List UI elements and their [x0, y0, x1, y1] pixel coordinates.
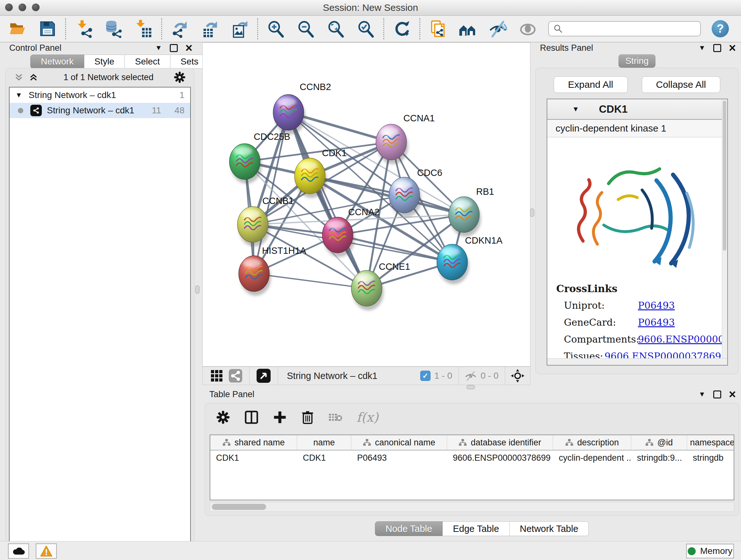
delete-column-trash-icon[interactable]	[301, 410, 314, 425]
table-row[interactable]: CDK1 CDK1 P06493 9606.ENSP00000378699 cy…	[210, 450, 734, 465]
cell-description[interactable]: cyclin-dependent ...	[553, 450, 631, 465]
network-row[interactable]: String Network – cdk1 11 48	[10, 103, 190, 118]
create-column-plus-icon[interactable]	[273, 410, 287, 424]
network-collection-row[interactable]: ▼ String Network – cdk1 1	[10, 87, 190, 103]
gene-header-row[interactable]: ▼ CDK1	[547, 99, 727, 120]
tab-select[interactable]: Select	[125, 55, 171, 69]
results-horizontal-scrollbar[interactable]	[547, 358, 727, 365]
zoom-selected-icon[interactable]	[356, 19, 375, 38]
tab-string[interactable]: String	[618, 54, 656, 68]
column-header-canonical-name[interactable]: canonical name	[351, 435, 447, 450]
genecard-link[interactable]: P06493	[638, 317, 675, 328]
warning-status-button[interactable]	[36, 543, 57, 559]
shared-column-icon	[222, 438, 231, 447]
search-box[interactable]	[548, 21, 701, 37]
export-table-icon[interactable]	[200, 19, 219, 38]
cell-shared-name[interactable]: CDK1	[210, 450, 297, 465]
column-header-name[interactable]: name	[297, 435, 351, 450]
copy-icon[interactable]	[428, 19, 447, 38]
tab-edge-table[interactable]: Edge Table	[443, 521, 510, 536]
network-node-label: CDC6	[417, 168, 442, 178]
application-window: Session: New Session	[0, 0, 741, 560]
table-panel-close-icon[interactable]: ×	[729, 391, 736, 398]
import-table-icon[interactable]	[134, 19, 153, 38]
table-options-gear-icon[interactable]	[216, 410, 230, 424]
zoom-fit-icon[interactable]	[327, 19, 345, 38]
results-vertical-scrollbar[interactable]	[722, 99, 727, 365]
show-columns-icon[interactable]	[244, 410, 259, 425]
control-panel-float-icon[interactable]: ▼	[155, 44, 162, 51]
show-all-icon[interactable]	[519, 19, 537, 38]
open-session-icon[interactable]	[8, 19, 27, 38]
horizontal-splitter-handle[interactable]	[467, 385, 475, 389]
import-network-icon[interactable]	[74, 19, 93, 38]
search-input[interactable]	[566, 23, 696, 34]
control-panel-close-icon[interactable]: ×	[185, 44, 192, 51]
tab-style[interactable]: Style	[84, 55, 125, 69]
column-header-database-identifier[interactable]: database identifier	[447, 435, 553, 450]
network-view-toolbar: String Network – cdk1 ✓ 1 - 0 0 - 0	[202, 367, 530, 385]
fit-content-crosshair-icon[interactable]	[510, 368, 525, 383]
export-network-icon[interactable]	[171, 19, 189, 38]
import-network-from-database-icon[interactable]	[105, 19, 123, 38]
help-button[interactable]: ?	[712, 20, 729, 37]
uniprot-link[interactable]: P06493	[638, 300, 675, 311]
table-panel-float-icon[interactable]: ▼	[698, 391, 705, 398]
expand-all-button[interactable]: Expand All	[554, 76, 628, 93]
results-panel-close-icon[interactable]: ×	[729, 44, 736, 51]
gene-collapse-icon[interactable]: ▼	[572, 106, 579, 113]
table-horizontal-scrollbar[interactable]	[210, 502, 734, 512]
network-canvas[interactable]: CCNB2CCNA1CDC25BCDK1CDC6RB1CCNB1CCNA2CDK…	[202, 43, 530, 367]
crosslink-label: GeneCard:	[564, 317, 638, 328]
delete-table-icon[interactable]	[328, 412, 342, 423]
crosslink-row: Compartments: 9606.ENSP00000378699	[547, 331, 727, 348]
cell-name[interactable]: CDK1	[297, 450, 351, 465]
collapse-all-icon[interactable]	[14, 72, 23, 82]
birdseye-view-icon[interactable]	[257, 369, 271, 383]
cloud-status-button[interactable]	[8, 543, 29, 559]
hidden-eye-icon[interactable]	[465, 370, 477, 382]
network-options-gear-icon[interactable]	[174, 71, 186, 83]
cell-namespace[interactable]: stringdb	[687, 450, 734, 465]
table-panel-tabs: Node Table Edge Table Network Table	[375, 521, 589, 536]
cell-database-identifier[interactable]: 9606.ENSP00000378699	[447, 450, 553, 465]
save-session-icon[interactable]	[38, 19, 57, 38]
hide-selected-icon[interactable]	[488, 19, 507, 38]
network-tab-content: 1 of 1 Network selected ▼ String Network…	[5, 68, 194, 560]
zoom-in-icon[interactable]	[266, 19, 285, 38]
function-builder-icon[interactable]: f(x)	[356, 410, 379, 425]
export-image-icon[interactable]	[230, 19, 249, 38]
network-view-icon[interactable]	[229, 369, 242, 382]
tab-network[interactable]: Network	[30, 55, 84, 69]
grid-view-icon[interactable]	[210, 369, 223, 382]
string-home-icon[interactable]	[459, 19, 477, 38]
right-splitter-handle[interactable]	[530, 208, 534, 217]
network-edge[interactable]	[288, 112, 367, 288]
network-node-label: CDK1	[322, 148, 347, 158]
cell-canonical-name[interactable]: P06493	[351, 450, 447, 465]
scrollbar-thumb[interactable]	[212, 504, 266, 510]
column-header-shared-name[interactable]: shared name	[210, 435, 297, 450]
string-results-box: Expand All Collapse All ▼ CDK1 cyclin-de…	[536, 68, 738, 374]
control-panel-maximize-icon[interactable]	[170, 44, 178, 52]
scrollbar-thumb[interactable]	[723, 101, 726, 251]
results-panel-maximize-icon[interactable]	[713, 44, 721, 52]
collapse-all-button[interactable]: Collapse All	[642, 76, 721, 93]
collection-expand-icon[interactable]: ▼	[15, 91, 22, 99]
selected-count-checkbox[interactable]: ✓	[420, 371, 430, 381]
zoom-out-icon[interactable]	[296, 19, 315, 38]
tab-node-table[interactable]: Node Table	[375, 521, 443, 536]
tab-network-table[interactable]: Network Table	[510, 521, 589, 536]
cell-id[interactable]: stringdb:9...	[631, 450, 687, 465]
column-header-description[interactable]: description	[553, 435, 631, 450]
table-panel-maximize-icon[interactable]	[713, 390, 721, 398]
left-splitter-handle[interactable]	[195, 286, 199, 294]
column-header-namespace[interactable]: namespace	[687, 435, 734, 450]
memory-button[interactable]: Memory	[686, 544, 734, 558]
compartments-link[interactable]: 9606.ENSP00000378699	[638, 334, 728, 345]
expand-all-icon[interactable]	[29, 72, 38, 82]
apply-layout-icon[interactable]	[393, 19, 411, 38]
column-header-id[interactable]: @id	[631, 435, 687, 450]
results-panel-float-icon[interactable]: ▼	[698, 44, 705, 51]
network-edge[interactable]	[254, 273, 367, 288]
